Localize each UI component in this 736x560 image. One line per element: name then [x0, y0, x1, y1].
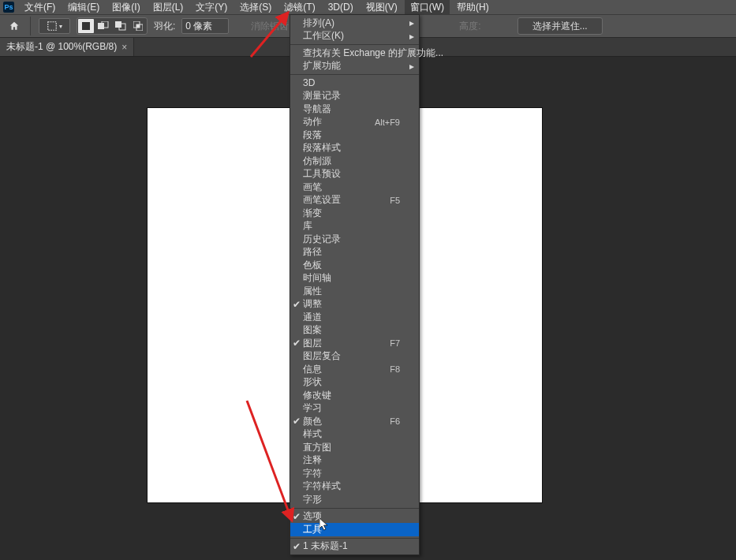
menu-item-1[interactable]: 编辑(E)	[62, 0, 105, 14]
menu-item[interactable]: 通道	[290, 311, 419, 324]
marquee-icon	[47, 21, 58, 32]
menu-item-label: 工具预设	[303, 167, 400, 181]
sub-sel-icon	[115, 21, 126, 31]
menu-shortcut: F7	[390, 338, 400, 348]
menu-item[interactable]: 学习	[290, 402, 419, 416]
menu-item[interactable]: 图案	[290, 324, 419, 338]
menu-item[interactable]: 渐变	[290, 207, 419, 220]
menu-item[interactable]: 注释	[290, 454, 419, 468]
menu-item-8[interactable]: 视图(V)	[361, 0, 403, 14]
menu-item[interactable]: 字符样式	[290, 480, 419, 494]
svg-rect-2	[98, 23, 104, 29]
document-tab[interactable]: 未标题-1 @ 100%(RGB/8) ×	[0, 38, 134, 56]
menu-item[interactable]: 图层复合	[290, 350, 419, 364]
intersect-selection-button[interactable]	[130, 19, 146, 33]
menu-item[interactable]: 样式	[290, 428, 419, 442]
menu-item[interactable]: 工具	[290, 523, 419, 536]
menu-separator	[290, 538, 419, 539]
menu-item-label: 图案	[303, 323, 400, 337]
menu-item[interactable]: 排列(A)▸	[290, 17, 419, 30]
menu-item-label: 字符样式	[303, 480, 400, 493]
menu-item-label: 字形	[303, 493, 400, 506]
menu-item[interactable]: 仿制源	[290, 155, 419, 168]
menu-item-label: 选项	[303, 510, 400, 523]
menu-item-7[interactable]: 3D(D)	[323, 0, 359, 14]
feather-input[interactable]	[181, 18, 229, 34]
menu-item[interactable]: ✔图层F7	[290, 337, 419, 350]
menu-item[interactable]: 直方图	[290, 441, 419, 454]
selection-mode-group	[77, 17, 148, 35]
menu-item[interactable]: 画笔	[290, 181, 419, 194]
menu-item[interactable]: 时间轴	[290, 272, 419, 286]
menu-item[interactable]: 查找有关 Exchange 的扩展功能...	[290, 47, 419, 60]
menu-item[interactable]: 修改键	[290, 389, 419, 402]
menu-item-label: 库	[303, 219, 400, 233]
menu-item[interactable]: 画笔设置F5	[290, 194, 419, 207]
home-button[interactable]	[6, 18, 22, 34]
menu-item-label: 工作区(K)	[303, 29, 400, 43]
menu-item-label: 颜色	[303, 415, 390, 428]
tool-marquee-preset[interactable]: ▾	[39, 18, 70, 34]
menu-item-label: 直方图	[303, 441, 400, 454]
menu-item[interactable]: 扩展功能▸	[290, 60, 419, 73]
menu-item-label: 查找有关 Exchange 的扩展功能...	[303, 47, 443, 60]
menu-item-4[interactable]: 文字(Y)	[190, 0, 233, 14]
menu-item[interactable]: 信息F8	[290, 363, 419, 376]
height-label: 高度:	[459, 20, 480, 33]
svg-rect-4	[115, 21, 121, 28]
menu-item[interactable]: 工具预设	[290, 168, 419, 181]
menu-shortcut: F8	[390, 364, 400, 374]
menu-item[interactable]: 3D	[290, 77, 419, 90]
menu-item-6[interactable]: 滤镜(T)	[278, 0, 320, 14]
menu-item[interactable]: 历史记录	[290, 233, 419, 246]
menu-item[interactable]: ✔选项	[290, 510, 419, 524]
menu-shortcut: F5	[390, 196, 400, 205]
menu-item[interactable]: ✔1 未标题-1	[290, 540, 419, 554]
check-icon: ✔	[292, 416, 301, 427]
select-and-mask-button[interactable]: 选择并遮住...	[517, 17, 603, 35]
add-selection-button[interactable]	[95, 19, 111, 33]
close-icon[interactable]: ×	[121, 42, 127, 53]
menu-separator	[290, 508, 419, 509]
menubar: Ps 文件(F)编辑(E)图像(I)图层(L)文字(Y)选择(S)滤镜(T)3D…	[0, 0, 736, 14]
menu-item-10[interactable]: 帮助(H)	[451, 0, 495, 14]
menu-item-label: 画笔设置	[303, 193, 390, 207]
menu-item[interactable]: ✔调整	[290, 298, 419, 312]
menu-item[interactable]: 工作区(K)▸	[290, 30, 419, 43]
menu-item[interactable]: 形状	[290, 376, 419, 390]
menu-item[interactable]: 测量记录	[290, 90, 419, 103]
menu-item[interactable]: 动作Alt+F9	[290, 116, 419, 129]
svg-rect-8	[136, 24, 140, 28]
menu-item-2[interactable]: 图像(I)	[106, 0, 145, 14]
menu-item-label: 调整	[303, 297, 400, 311]
menu-item[interactable]: 段落样式	[290, 142, 419, 155]
menu-item[interactable]: 字形	[290, 493, 419, 506]
menu-item[interactable]: 色板	[290, 259, 419, 272]
check-icon: ✔	[292, 511, 301, 522]
menu-item-label: 1 未标题-1	[303, 539, 400, 553]
menu-item[interactable]: 库	[290, 220, 419, 233]
menu-item-label: 段落	[303, 129, 400, 142]
home-icon	[9, 21, 20, 32]
document-tab-title: 未标题-1 @ 100%(RGB/8)	[6, 40, 117, 54]
menu-item[interactable]: 导航器	[290, 103, 419, 116]
menu-item[interactable]: 字符	[290, 467, 419, 480]
menu-item-label: 画笔	[303, 181, 400, 194]
menu-item-label: 动作	[303, 115, 375, 129]
menu-item-label: 注释	[303, 454, 400, 467]
menu-item-9[interactable]: 窗口(W)	[405, 0, 450, 14]
menu-item[interactable]: ✔颜色F6	[290, 415, 419, 428]
menu-item[interactable]: 属性	[290, 285, 419, 298]
menu-shortcut: Alt+F9	[375, 118, 400, 127]
menu-item-label: 图层复合	[303, 349, 400, 363]
menu-item-5[interactable]: 选择(S)	[234, 0, 277, 14]
check-icon: ✔	[292, 541, 301, 552]
menu-item-0[interactable]: 文件(F)	[19, 0, 61, 14]
subtract-selection-button[interactable]	[113, 19, 129, 33]
menu-item-label: 工具	[303, 523, 400, 536]
menu-item-3[interactable]: 图层(L)	[148, 0, 189, 14]
menu-item[interactable]: 路径	[290, 246, 419, 259]
square-icon	[81, 21, 91, 31]
new-selection-button[interactable]	[78, 19, 94, 33]
menu-item[interactable]: 段落	[290, 129, 419, 142]
